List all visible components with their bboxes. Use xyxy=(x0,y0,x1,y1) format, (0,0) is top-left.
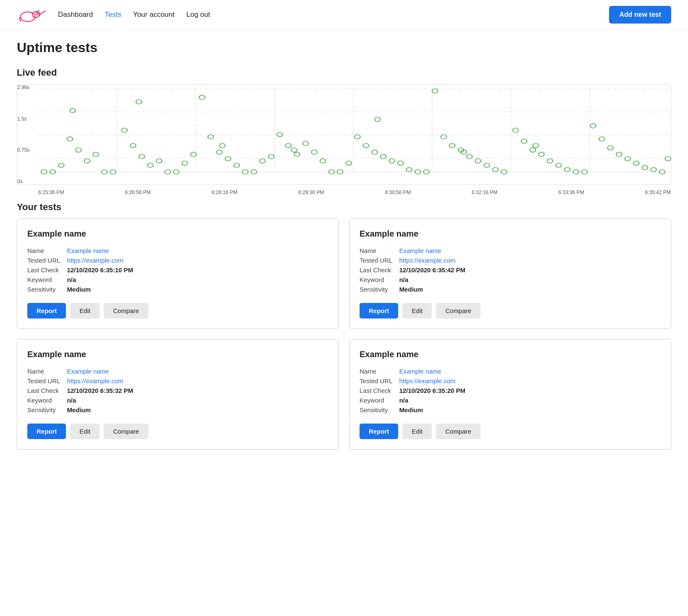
live-feed-chart: 2.96s 1.5s 0.75s 0s 6:25:36 PM 6:26:56 P… xyxy=(17,84,671,185)
x-label-4: 6:30:56 PM xyxy=(385,190,411,195)
compare-button-1[interactable]: Compare xyxy=(436,303,481,319)
nav-tests[interactable]: Tests xyxy=(105,11,121,19)
test-actions-2: Report Edit Compare xyxy=(27,424,328,439)
svg-point-41 xyxy=(216,150,222,154)
url-value-3[interactable]: https://example.com xyxy=(399,377,661,384)
svg-point-43 xyxy=(234,163,239,167)
keyword-label-2: Keyword xyxy=(27,397,60,404)
edit-button-0[interactable]: Edit xyxy=(70,303,100,319)
url-value-2[interactable]: https://example.com xyxy=(67,377,328,384)
svg-point-48 xyxy=(219,143,225,147)
svg-point-90 xyxy=(599,137,605,141)
report-button-1[interactable]: Report xyxy=(360,303,398,319)
compare-button-0[interactable]: Compare xyxy=(104,303,148,319)
lastcheck-value-0: 12/10/2020 6:35:10 PM xyxy=(67,266,328,274)
url-value-1[interactable]: https://example.com xyxy=(399,257,661,264)
svg-point-74 xyxy=(475,159,481,163)
svg-point-81 xyxy=(530,148,536,152)
svg-point-29 xyxy=(122,128,128,132)
svg-point-39 xyxy=(199,95,205,100)
test-card-1: Example name Name Example name Tested UR… xyxy=(349,218,671,329)
svg-point-91 xyxy=(607,145,613,150)
svg-point-62 xyxy=(381,154,386,158)
svg-point-84 xyxy=(556,163,562,167)
svg-point-76 xyxy=(493,168,499,172)
svg-point-69 xyxy=(432,89,438,93)
edit-button-3[interactable]: Edit xyxy=(402,424,432,439)
name-label-3: Name xyxy=(360,368,392,375)
svg-point-83 xyxy=(547,159,553,163)
edit-button-1[interactable]: Edit xyxy=(402,303,432,319)
compare-button-3[interactable]: Compare xyxy=(436,424,481,439)
sensitivity-label-3: Sensitivity xyxy=(360,406,392,413)
test-card-0: Example name Name Example name Tested UR… xyxy=(17,218,339,329)
name-value-3[interactable]: Example name xyxy=(399,368,661,375)
svg-point-42 xyxy=(225,157,231,161)
main-content: Uptime tests Live feed xyxy=(0,30,688,460)
tests-grid: Example name Name Example name Tested UR… xyxy=(17,218,671,450)
name-value-2[interactable]: Example name xyxy=(67,368,328,375)
sensitivity-value-0: Medium xyxy=(67,286,328,293)
sensitivity-label-0: Sensitivity xyxy=(27,286,60,293)
x-label-7: 6:35:42 PM xyxy=(645,190,671,195)
url-label-0: Tested URL xyxy=(27,257,60,264)
live-feed-title: Live feed xyxy=(17,67,671,78)
svg-point-61 xyxy=(372,150,378,154)
svg-point-46 xyxy=(260,159,265,163)
test-card-title-3: Example name xyxy=(360,350,661,359)
svg-point-22 xyxy=(67,137,73,141)
name-label-0: Name xyxy=(27,247,60,254)
nav-account[interactable]: Your account xyxy=(133,11,175,19)
x-label-1: 6:26:56 PM xyxy=(125,190,150,195)
lastcheck-label-0: Last Check xyxy=(27,266,60,274)
svg-point-36 xyxy=(182,161,188,165)
test-card-title-2: Example name xyxy=(27,350,328,359)
test-card-2: Example name Name Example name Tested UR… xyxy=(17,339,339,450)
svg-point-54 xyxy=(320,159,326,163)
name-label-1: Name xyxy=(360,247,392,254)
page-title: Uptime tests xyxy=(17,40,671,55)
test-card-title-0: Example name xyxy=(27,229,328,239)
report-button-2[interactable]: Report xyxy=(27,424,66,439)
keyword-value-1: n/a xyxy=(399,276,661,283)
svg-point-21 xyxy=(58,163,64,167)
name-value-1[interactable]: Example name xyxy=(399,247,661,254)
lastcheck-label-1: Last Check xyxy=(360,266,392,274)
compare-button-2[interactable]: Compare xyxy=(104,424,148,439)
edit-button-2[interactable]: Edit xyxy=(70,424,100,439)
nav-logout[interactable]: Log out xyxy=(186,11,210,19)
url-value-0[interactable]: https://example.com xyxy=(67,257,328,264)
x-label-6: 6:33:36 PM xyxy=(558,190,584,195)
url-label-2: Tested URL xyxy=(27,377,60,384)
svg-point-88 xyxy=(533,143,538,147)
svg-point-93 xyxy=(625,157,630,161)
keyword-value-3: n/a xyxy=(399,397,661,404)
name-value-0[interactable]: Example name xyxy=(67,247,328,254)
svg-point-68 xyxy=(375,117,381,121)
sensitivity-label-2: Sensitivity xyxy=(27,406,60,413)
svg-point-32 xyxy=(147,163,153,167)
your-tests-title: Your tests xyxy=(17,202,671,213)
add-new-test-button[interactable]: Add new test xyxy=(609,6,671,24)
report-button-0[interactable]: Report xyxy=(27,303,66,319)
lastcheck-value-1: 12/10/2020 6:35:42 PM xyxy=(399,266,661,274)
svg-point-82 xyxy=(538,152,544,156)
svg-point-40 xyxy=(208,134,214,139)
nav-dashboard[interactable]: Dashboard xyxy=(58,11,93,19)
test-actions-0: Report Edit Compare xyxy=(27,303,328,319)
svg-point-89 xyxy=(590,124,596,128)
svg-point-98 xyxy=(665,157,671,161)
svg-point-25 xyxy=(93,152,99,156)
lastcheck-value-2: 12/10/2020 6:35:32 PM xyxy=(67,387,328,394)
svg-point-95 xyxy=(642,165,648,169)
report-button-3[interactable]: Report xyxy=(360,424,398,439)
svg-point-24 xyxy=(84,159,90,163)
test-actions-1: Report Edit Compare xyxy=(360,303,661,319)
svg-point-50 xyxy=(286,143,291,147)
name-label-2: Name xyxy=(27,368,60,375)
svg-point-85 xyxy=(565,168,570,172)
test-card-title-1: Example name xyxy=(360,229,661,239)
navbar: Dashboard Tests Your account Log out Add… xyxy=(0,0,688,30)
test-actions-3: Report Edit Compare xyxy=(360,424,661,439)
keyword-value-0: n/a xyxy=(67,276,328,283)
